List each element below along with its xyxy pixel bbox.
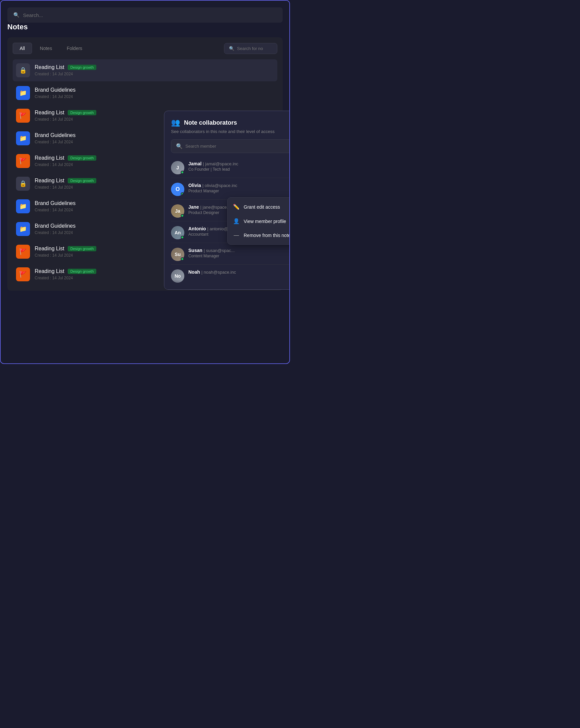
note-tag: Design growth [68, 246, 96, 251]
note-icon-folder: 📁 [16, 199, 30, 213]
collab-title: Note collaborators [184, 119, 237, 126]
tab-notes[interactable]: Notes [33, 43, 59, 54]
note-info: Reading List Design growth Created : 14 … [35, 64, 274, 76]
collab-role: Co Founder | Tech lead [188, 167, 290, 172]
avatar-antonio: An [171, 226, 184, 239]
collab-name-row: Olivia | olivia@space.inc [188, 183, 290, 188]
note-icon-flag: 🚩 [16, 267, 30, 281]
note-title: Brand Guidelines [35, 132, 76, 138]
context-menu-label: View member profile [244, 219, 286, 224]
collab-name-row: Jamal | jamal@space.inc [188, 161, 290, 166]
collab-email: | olivia@space.inc [202, 183, 237, 188]
collab-name-row: Susan | susan@spac... [188, 248, 290, 253]
note-item[interactable]: 🔒 Reading List Design growth Created : 1… [13, 59, 277, 81]
note-icon-lock: 🔒 [16, 63, 30, 77]
collab-member-susan[interactable]: Su Susan | susan@spac... Content Manager [171, 244, 290, 265]
collab-search-bar[interactable]: 🔍 [171, 139, 290, 153]
tabs-row: All Notes Folders 🔍 [13, 43, 277, 54]
collab-name: Antonio [188, 226, 206, 231]
panel-search-input[interactable] [237, 46, 272, 51]
note-icon-folder: 📁 [16, 222, 30, 236]
note-title-row: Reading List Design growth [35, 64, 274, 70]
note-date: Created : 14 Jul 2024 [35, 72, 274, 76]
note-title: Brand Guidelines [35, 200, 76, 206]
note-title: Reading List [35, 268, 64, 274]
collab-header: 👥 Note collaborators [171, 118, 290, 127]
search-input[interactable] [23, 12, 277, 18]
note-icon-flag: 🚩 [16, 245, 30, 259]
collab-info: Susan | susan@spac... Content Manager [188, 248, 290, 258]
note-icon-flag: 🚩 [16, 109, 30, 123]
note-tag: Design growth [68, 65, 96, 70]
online-status-dot [181, 257, 184, 261]
collab-role: Product Manager [188, 189, 290, 193]
online-status-dot [181, 192, 184, 196]
note-tag: Design growth [68, 110, 96, 115]
main-container: 🔍 Notes All Notes Folders 🔍 🔒 [1, 1, 289, 297]
note-icon-folder: 📁 [16, 131, 30, 145]
note-title: Brand Guidelines [35, 223, 76, 229]
note-title: Reading List [35, 178, 64, 184]
collab-search-input[interactable] [185, 144, 290, 149]
note-title: Reading List [35, 110, 64, 116]
collab-name: Jamal [188, 161, 202, 166]
note-title-row: Brand Guidelines [35, 87, 274, 93]
collab-info: Noah | noah@space.inc [188, 269, 290, 275]
collab-email: | noah@space.inc [201, 270, 236, 275]
note-info: Brand Guidelines Created : 14 Jul 2024 [35, 87, 274, 99]
context-menu-label: Grant edit access [244, 204, 280, 210]
collab-name: Olivia [188, 183, 201, 188]
context-menu-remove[interactable]: — Remove from this note [228, 228, 290, 242]
online-status-dot [181, 236, 184, 239]
note-title: Reading List [35, 246, 64, 252]
note-icon-flag: 🚩 [16, 154, 30, 168]
avatar-olivia: O [171, 183, 184, 196]
profile-icon: 👤 [233, 218, 240, 224]
collab-search-icon: 🔍 [176, 143, 183, 149]
notes-panel: All Notes Folders 🔍 🔒 Reading List Desig… [7, 37, 283, 291]
note-title: Reading List [35, 64, 64, 70]
avatar-susan: Su [171, 248, 184, 261]
collab-info: Jamal | jamal@space.inc Co Founder | Tec… [188, 161, 290, 172]
avatar-jamal: J [171, 161, 184, 174]
note-title: Reading List [35, 155, 64, 161]
panel-search-icon: 🔍 [229, 46, 234, 51]
tabs: All Notes Folders [13, 43, 89, 54]
collab-subtitle: See collaborators in this note and their… [171, 129, 290, 134]
online-status-dot [181, 214, 184, 217]
collab-name: Noah [188, 269, 200, 275]
note-icon-folder: 📁 [16, 86, 30, 100]
avatar-jane: Ja [171, 204, 184, 218]
note-title: Brand Guidelines [35, 87, 76, 93]
collab-member-olivia[interactable]: O Olivia | olivia@space.inc Product Mana… [171, 179, 290, 200]
edit-icon: ✏️ [233, 204, 240, 210]
tab-folders[interactable]: Folders [60, 43, 89, 54]
note-tag: Design growth [68, 269, 96, 274]
page-title: Notes [7, 23, 283, 31]
collab-member-noah[interactable]: No Noah | noah@space.inc [171, 266, 290, 289]
note-item[interactable]: 📁 Brand Guidelines Created : 14 Jul 2024 [13, 82, 277, 104]
context-menu-label: Remove from this note [244, 233, 290, 238]
avatar-noah: No [171, 269, 184, 283]
search-icon: 🔍 [13, 12, 20, 18]
note-tag: Design growth [68, 155, 96, 161]
tab-all[interactable]: All [13, 43, 32, 54]
collab-name: Susan [188, 248, 202, 253]
collab-email: | jamal@space.inc [203, 161, 238, 166]
online-status-dot [181, 171, 184, 174]
context-menu-view-profile[interactable]: 👤 View member profile [228, 214, 290, 228]
panel-search-bar[interactable]: 🔍 [224, 43, 277, 54]
collab-name-row: Noah | noah@space.inc [188, 269, 290, 275]
collab-info: Olivia | olivia@space.inc Product Manage… [188, 183, 290, 193]
global-search-bar[interactable]: 🔍 [7, 7, 283, 23]
collab-email: | susan@spac... [204, 248, 235, 253]
collab-member-jamal[interactable]: J Jamal | jamal@space.inc Co Founder | T… [171, 158, 290, 178]
note-tag: Design growth [68, 178, 96, 183]
collab-role: Content Manager [188, 254, 290, 258]
note-date: Created : 14 Jul 2024 [35, 94, 274, 99]
note-icon-lock: 🔒 [16, 177, 30, 191]
context-menu-grant-edit[interactable]: ✏️ Grant edit access [228, 200, 290, 214]
context-menu: ✏️ Grant edit access 👤 View member profi… [227, 197, 290, 245]
collab-name: Jane [188, 204, 199, 210]
collaborators-icon: 👥 [171, 118, 180, 127]
